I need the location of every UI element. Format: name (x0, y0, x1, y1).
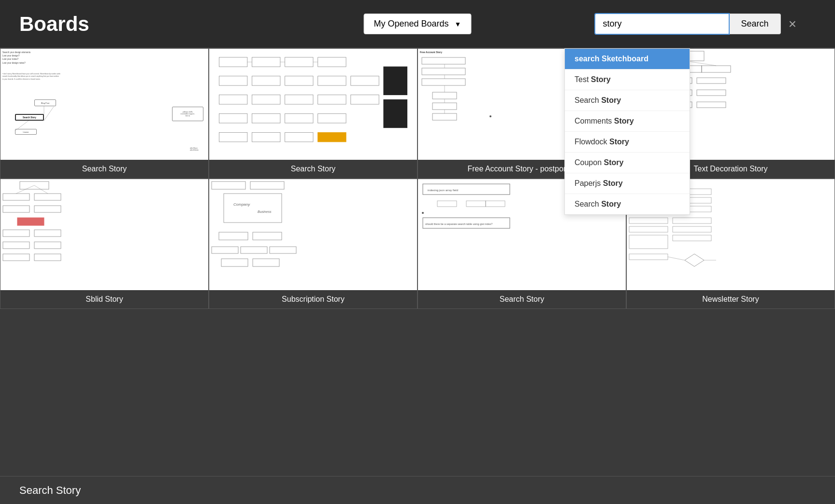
svg-rect-45 (702, 66, 731, 72)
svg-rect-66 (3, 242, 29, 249)
svg-rect-21 (285, 113, 313, 123)
suggestion-item[interactable]: Search Story (565, 90, 690, 111)
suggestion-prefix: Search (575, 200, 601, 208)
search-button-label: Search (741, 19, 769, 28)
board-label: Sblid Story (0, 290, 208, 308)
suggestion-bold: Story (601, 96, 621, 104)
suggestion-prefix: Comments (575, 117, 614, 125)
header: Boards My Opened Boards ▼ Search × (0, 0, 835, 48)
suggestion-header-label: search Sketchboard (575, 55, 648, 63)
svg-rect-3 (219, 57, 247, 67)
suggestion-item[interactable]: Comments Story (565, 111, 690, 132)
suggestion-bold: Story (591, 75, 611, 84)
board-label: Search Story (418, 290, 626, 308)
svg-rect-15 (252, 95, 280, 104)
board-card[interactable]: Search your design elements Lost your de… (0, 48, 209, 179)
svg-rect-7 (219, 76, 247, 85)
svg-rect-25 (252, 132, 280, 141)
svg-rect-99 (629, 218, 668, 224)
suggestion-item[interactable]: Test Story (565, 70, 690, 90)
page-title: Boards (19, 13, 89, 36)
suggestion-item[interactable]: Coupon Story (565, 153, 690, 173)
svg-rect-5 (285, 57, 313, 67)
svg-rect-33 (432, 92, 457, 99)
svg-text:Business: Business (258, 210, 272, 213)
svg-rect-35 (432, 113, 457, 120)
header-search-area: Search × (594, 13, 796, 35)
board-card[interactable]: Sblid Story (0, 179, 209, 309)
svg-line-71 (34, 185, 48, 194)
suggestion-item[interactable]: Search Story (565, 194, 690, 214)
suggestions-dropdown: search Sketchboard Test Story Search Sto… (564, 48, 690, 215)
suggestion-bold: Story (614, 117, 634, 125)
svg-text:should there be a separate sea: should there be a separate search table … (425, 223, 492, 225)
suggestion-item[interactable]: Paperjs Story (565, 173, 690, 194)
svg-marker-105 (685, 254, 704, 266)
svg-rect-23 (318, 132, 346, 141)
svg-rect-64 (3, 230, 29, 237)
svg-rect-51 (697, 90, 726, 96)
svg-rect-18 (351, 95, 379, 104)
svg-rect-101 (629, 235, 668, 249)
svg-rect-78 (253, 232, 282, 240)
svg-rect-67 (34, 242, 61, 249)
svg-rect-83 (253, 259, 279, 266)
board-thumbnail: Search your design elements Lost your de… (0, 49, 208, 160)
svg-rect-79 (212, 247, 238, 253)
suggestion-bold: Story (604, 158, 624, 167)
svg-rect-68 (3, 254, 29, 261)
svg-rect-14 (219, 95, 247, 104)
svg-point-41 (489, 115, 491, 117)
suggestion-item[interactable]: Flowdock Story (565, 132, 690, 153)
suggestion-sketchboard[interactable]: search Sketchboard (565, 49, 690, 70)
board-card[interactable]: Company Business Subscription Story (209, 179, 418, 309)
header-center: My Opened Boards ▼ (364, 14, 472, 34)
svg-rect-24 (219, 132, 247, 141)
board-thumbnail (209, 49, 417, 160)
svg-rect-74 (224, 194, 282, 223)
svg-rect-10 (318, 76, 346, 85)
board-label: Subscription Story (209, 290, 417, 308)
svg-line-1 (15, 121, 29, 131)
suggestion-bold: Story (609, 138, 629, 146)
svg-line-107 (668, 257, 685, 260)
board-label: Newsletter Story (627, 290, 835, 308)
svg-rect-89 (437, 201, 457, 207)
svg-text:Company: Company (233, 202, 250, 207)
boards-dropdown[interactable]: My Opened Boards ▼ (364, 14, 472, 34)
svg-line-70 (16, 185, 34, 194)
svg-rect-102 (673, 218, 711, 224)
svg-rect-69 (34, 254, 61, 261)
svg-rect-59 (3, 194, 29, 200)
svg-rect-48 (697, 78, 726, 84)
svg-rect-73 (250, 182, 284, 189)
chevron-down-icon: ▼ (455, 20, 461, 28)
boards-grid: Search your design elements Lost your de… (0, 48, 835, 309)
suggestion-prefix: Paperjs (575, 179, 603, 187)
search-button[interactable]: Search (730, 14, 781, 34)
search-input[interactable] (594, 13, 730, 35)
svg-rect-9 (285, 76, 313, 85)
svg-rect-62 (34, 206, 61, 212)
suggestion-prefix: Test (575, 75, 591, 84)
svg-rect-13 (384, 99, 407, 127)
svg-rect-72 (212, 182, 245, 189)
svg-rect-12 (384, 67, 407, 95)
suggestion-prefix: Search (575, 96, 601, 104)
suggestion-prefix: Coupon (575, 158, 604, 167)
svg-rect-61 (3, 206, 29, 212)
svg-rect-22 (318, 113, 346, 123)
suggestion-bold: Story (603, 179, 623, 187)
svg-rect-11 (351, 76, 379, 85)
svg-rect-104 (673, 235, 711, 241)
svg-rect-106 (629, 254, 668, 260)
svg-rect-82 (221, 259, 248, 266)
svg-rect-26 (285, 132, 313, 141)
svg-rect-8 (252, 76, 280, 85)
close-button[interactable]: × (789, 16, 796, 32)
board-label: Search Story (209, 160, 417, 178)
svg-rect-80 (241, 247, 267, 253)
svg-rect-20 (252, 113, 280, 123)
svg-rect-91 (486, 201, 505, 207)
board-card[interactable]: Search Story (209, 48, 418, 179)
